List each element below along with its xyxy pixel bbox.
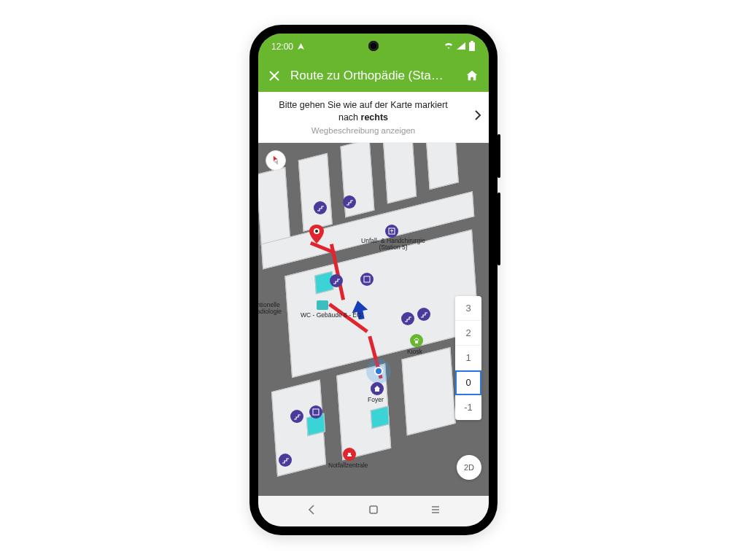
floor-selector: 3 2 1 0 -1 [455, 296, 481, 420]
floor-button-3[interactable]: 3 [455, 296, 481, 321]
direction-arrow-icon [352, 300, 368, 322]
svg-rect-1 [471, 41, 473, 42]
floor-button-2[interactable]: 2 [455, 321, 481, 346]
wifi-icon [444, 42, 454, 52]
back-icon[interactable] [305, 503, 318, 519]
clock: 12:00 [271, 42, 293, 52]
svg-rect-8 [370, 506, 377, 513]
chevron-right-icon[interactable] [474, 109, 481, 124]
map-canvas: Unfall- & Handchirurgie(Station 5) ntion… [258, 143, 489, 496]
screen: 12:00 Route zu Ort [258, 34, 489, 526]
compass-icon[interactable] [266, 150, 286, 171]
battery-icon [468, 41, 476, 53]
map-viewport[interactable]: Unfall- & Handchirurgie(Station 5) ntion… [258, 143, 489, 496]
recent-icon[interactable] [429, 503, 442, 519]
svg-point-3 [315, 230, 318, 233]
floor-button-minus1[interactable]: -1 [455, 395, 481, 420]
home-icon[interactable] [465, 69, 479, 82]
signal-icon [457, 42, 465, 52]
svg-rect-0 [469, 42, 475, 51]
app-bar: Route zu Orthopädie (Sta… [258, 60, 489, 92]
system-nav-bar [258, 496, 489, 526]
poi-wc-icon [317, 300, 328, 310]
front-camera [368, 41, 379, 51]
instruction-subtext: Wegbeschreibung anzeigen [270, 126, 457, 135]
home-outline-icon[interactable] [367, 503, 380, 519]
close-icon[interactable] [268, 70, 280, 82]
floor-button-0[interactable]: 0 [455, 370, 481, 395]
destination-pin-icon [309, 225, 321, 236]
phone-frame: 12:00 Route zu Ort [249, 25, 498, 535]
instruction-card[interactable]: Bitte gehen Sie wie auf der Karte markie… [258, 92, 489, 143]
instruction-main-text: Bitte gehen Sie wie auf der Karte markie… [270, 99, 457, 124]
floor-button-1[interactable]: 1 [455, 346, 481, 370]
view-2d-button[interactable]: 2D [457, 455, 481, 480]
page-title: Route zu Orthopädie (Sta… [290, 69, 455, 83]
nav-active-icon [298, 42, 304, 52]
user-location-icon [366, 359, 391, 384]
